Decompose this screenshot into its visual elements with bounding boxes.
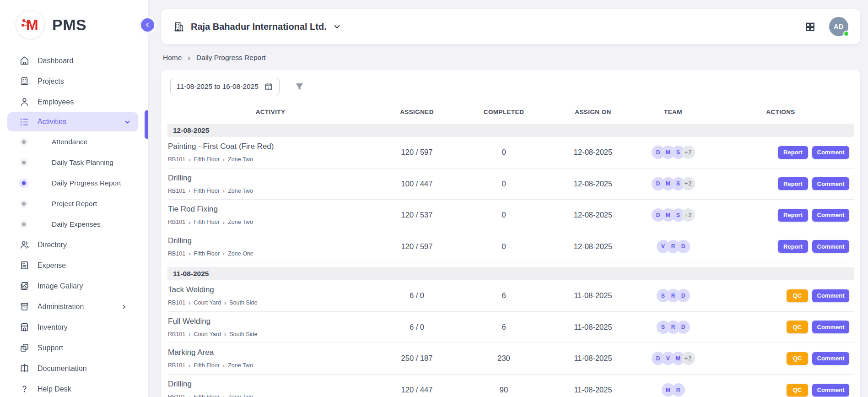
sidebar-subitem-label: Daily Progress Report bbox=[52, 179, 121, 187]
team-avatars[interactable]: SRD bbox=[639, 289, 707, 302]
table-row: Tie Rod FixingRB101›Fifth Floor›Zone Two… bbox=[167, 200, 854, 231]
path-segment: Zone One bbox=[228, 250, 253, 257]
sidebar-subitem-attendance[interactable]: Attendance bbox=[0, 131, 148, 152]
assigned-value: 6 / 0 bbox=[373, 323, 460, 332]
sidebar-item-image-gallary[interactable]: Image Gallary bbox=[0, 276, 148, 296]
actions-cell: QCComment bbox=[707, 289, 854, 302]
office-building-icon bbox=[173, 21, 184, 33]
team-avatars[interactable]: DVM+2 bbox=[639, 352, 707, 365]
group-date: 12-08-2025 bbox=[173, 126, 209, 135]
company-selector[interactable]: Raja Bahadur International Ltd. bbox=[173, 21, 341, 33]
sidebar-subitem-daily-progress-report[interactable]: Daily Progress Report bbox=[0, 173, 148, 193]
path-segment: Fifth Floor bbox=[194, 394, 220, 397]
bullet-dot-icon bbox=[22, 202, 26, 206]
date-range-input[interactable]: 11-08-2025 to 16-08-2025 bbox=[170, 78, 280, 95]
sidebar-item-administration[interactable]: Administration bbox=[0, 296, 148, 317]
bullet-dot-icon bbox=[22, 181, 26, 185]
chevron-right-icon: › bbox=[223, 188, 225, 194]
activity-cell: Full WeldingRB101›Court Yard›South Side bbox=[167, 317, 373, 337]
collapse-sidebar-button[interactable] bbox=[141, 18, 154, 32]
breadcrumb-home[interactable]: Home bbox=[163, 54, 182, 62]
app-logo: M bbox=[16, 10, 45, 39]
user-avatar[interactable]: AD bbox=[829, 17, 848, 36]
actions-cell: ReportComment bbox=[707, 146, 854, 159]
team-avatars[interactable]: DMS+2 bbox=[639, 177, 707, 190]
actions-cell: QCComment bbox=[707, 384, 854, 397]
activity-title: Drilling bbox=[168, 174, 373, 183]
team-avatars[interactable]: MR bbox=[639, 383, 707, 397]
sidebar-item-projects[interactable]: Projects bbox=[0, 71, 148, 92]
image-icon bbox=[19, 281, 30, 292]
team-avatars[interactable]: DMS+2 bbox=[639, 208, 707, 222]
sidebar-item-employees[interactable]: Employees bbox=[0, 92, 148, 112]
assign-on-value: 12-08-2025 bbox=[547, 211, 639, 219]
qc-button[interactable]: QC bbox=[787, 384, 808, 397]
comment-button[interactable]: Comment bbox=[812, 289, 849, 302]
activity-path: RB101›Fifth Floor›Zone One bbox=[168, 250, 373, 257]
path-segment: RB101 bbox=[168, 299, 185, 306]
sidebar-item-activities[interactable]: Activities bbox=[7, 112, 138, 131]
sidebar-item-dashboard[interactable]: Dashboard bbox=[0, 50, 148, 71]
column-header-completed: COMPLETED bbox=[460, 109, 547, 115]
team-avatars[interactable]: VRD bbox=[639, 240, 707, 253]
report-button[interactable]: Report bbox=[778, 177, 808, 190]
sidebar-item-documentation[interactable]: Documentation bbox=[0, 358, 148, 379]
sidebar-item-inventory[interactable]: Inventory bbox=[0, 317, 148, 337]
activity-title: Tie Rod Fixing bbox=[168, 205, 373, 214]
assigned-value: 120 / 537 bbox=[373, 211, 460, 219]
comment-button[interactable]: Comment bbox=[812, 146, 849, 159]
apps-grid-icon[interactable] bbox=[805, 22, 815, 32]
table-row: Tack WeldingRB101›Court Yard›South Side6… bbox=[167, 280, 854, 312]
activity-path: RB101›Fifth Floor›Zone Two bbox=[168, 219, 373, 225]
person-icon bbox=[19, 97, 30, 108]
assign-on-value: 12-08-2025 bbox=[547, 148, 639, 157]
activity-path: RB101›Fifth Floor›Zone Two bbox=[168, 156, 373, 163]
sidebar-item-support[interactable]: Support bbox=[0, 337, 148, 358]
sidebar-subitem-daily-task-planning[interactable]: Daily Task Planning bbox=[0, 152, 148, 173]
table-row: DrillingRB101›Fifth Floor›Zone One120 / … bbox=[167, 231, 854, 263]
sidebar-item-expense[interactable]: Expense bbox=[0, 255, 148, 276]
team-overflow-badge: +2 bbox=[682, 208, 695, 222]
chevron-right-icon: › bbox=[189, 188, 190, 194]
comment-button[interactable]: Comment bbox=[812, 321, 849, 333]
sidebar-subitem-daily-expenses[interactable]: Daily Expenses bbox=[0, 214, 148, 234]
table-row: DrillingRB101›Fifth Floor›Zone Two100 / … bbox=[167, 169, 854, 200]
path-segment: Fifth Floor bbox=[194, 188, 220, 194]
qc-button[interactable]: QC bbox=[787, 352, 808, 365]
report-button[interactable]: Report bbox=[778, 146, 808, 159]
sidebar-item-label: Dashboard bbox=[38, 57, 73, 65]
chevron-right-icon: › bbox=[223, 157, 225, 163]
chevron-down-icon bbox=[124, 119, 131, 125]
team-avatars[interactable]: DMS+2 bbox=[639, 146, 707, 159]
report-button[interactable]: Report bbox=[778, 209, 808, 222]
qc-button[interactable]: QC bbox=[787, 289, 808, 302]
comment-button[interactable]: Comment bbox=[812, 240, 849, 253]
assigned-value: 120 / 597 bbox=[373, 148, 460, 157]
chevron-right-icon: › bbox=[188, 54, 190, 62]
path-segment: Zone Two bbox=[228, 156, 253, 163]
sidebar-item-label: Inventory bbox=[38, 323, 68, 332]
sidebar-item-help-desk[interactable]: Help Desk bbox=[0, 379, 148, 397]
comment-button[interactable]: Comment bbox=[812, 352, 849, 365]
report-button[interactable]: Report bbox=[778, 240, 808, 253]
app-name: PMS bbox=[52, 16, 86, 34]
path-segment: RB101 bbox=[168, 331, 185, 337]
filter-icon[interactable] bbox=[294, 82, 305, 92]
assign-on-value: 12-08-2025 bbox=[547, 179, 639, 188]
completed-value: 90 bbox=[460, 386, 547, 394]
sidebar-subitem-project-report[interactable]: Project Report bbox=[0, 193, 148, 214]
team-avatars[interactable]: SRD bbox=[639, 321, 707, 334]
comment-button[interactable]: Comment bbox=[812, 384, 849, 397]
activity-title: Marking Area bbox=[168, 348, 373, 357]
actions-cell: ReportComment bbox=[707, 240, 854, 253]
svg-text:M: M bbox=[26, 16, 38, 33]
status-online-dot bbox=[843, 31, 849, 37]
comment-button[interactable]: Comment bbox=[812, 209, 849, 222]
table-row: Full WeldingRB101›Court Yard›South Side6… bbox=[167, 312, 854, 343]
comment-button[interactable]: Comment bbox=[812, 177, 849, 190]
activity-path: RB101›Court Yard›South Side bbox=[168, 331, 373, 337]
sidebar-item-directory[interactable]: Directory bbox=[0, 234, 148, 255]
sidebar-item-label: Support bbox=[38, 344, 63, 352]
qc-button[interactable]: QC bbox=[787, 321, 808, 333]
content-card: 11-08-2025 to 16-08-2025 ACTIVITY ASSIGN… bbox=[161, 70, 860, 397]
